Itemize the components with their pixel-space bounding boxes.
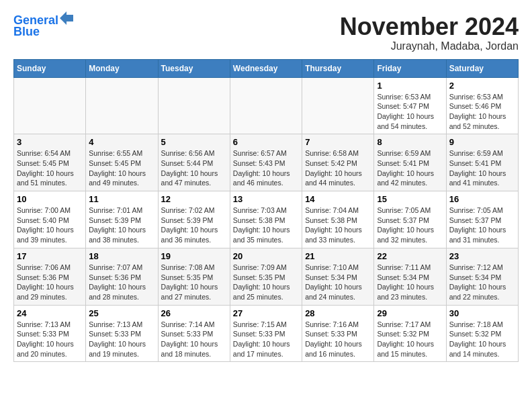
calendar-cell: 25Sunrise: 7:13 AM Sunset: 5:33 PM Dayli…	[86, 305, 158, 362]
day-info: Sunrise: 7:03 AM Sunset: 5:38 PM Dayligh…	[233, 205, 299, 245]
calendar-cell: 29Sunrise: 7:17 AM Sunset: 5:32 PM Dayli…	[374, 305, 446, 362]
logo: General Blue	[13, 13, 73, 39]
day-number: 9	[449, 137, 515, 147]
day-info: Sunrise: 7:17 AM Sunset: 5:32 PM Dayligh…	[377, 320, 443, 359]
day-info: Sunrise: 7:16 AM Sunset: 5:33 PM Dayligh…	[305, 320, 371, 359]
calendar-cell: 28Sunrise: 7:16 AM Sunset: 5:33 PM Dayli…	[302, 305, 374, 362]
day-number: 27	[233, 308, 299, 318]
calendar-cell: 21Sunrise: 7:10 AM Sunset: 5:34 PM Dayli…	[302, 248, 374, 305]
calendar-cell: 22Sunrise: 7:11 AM Sunset: 5:34 PM Dayli…	[374, 248, 446, 305]
calendar-cell: 18Sunrise: 7:07 AM Sunset: 5:36 PM Dayli…	[86, 248, 158, 305]
day-number: 3	[17, 137, 83, 147]
calendar-cell: 6Sunrise: 6:57 AM Sunset: 5:43 PM Daylig…	[230, 134, 302, 191]
day-info: Sunrise: 6:54 AM Sunset: 5:45 PM Dayligh…	[17, 148, 83, 188]
day-number: 2	[449, 81, 515, 91]
column-header-monday: Monday	[86, 59, 158, 77]
day-number: 7	[305, 137, 371, 147]
calendar-cell	[230, 77, 302, 134]
day-info: Sunrise: 6:56 AM Sunset: 5:44 PM Dayligh…	[161, 148, 227, 188]
week-row-1: 1Sunrise: 6:53 AM Sunset: 5:47 PM Daylig…	[14, 77, 519, 134]
calendar-cell: 27Sunrise: 7:15 AM Sunset: 5:33 PM Dayli…	[230, 305, 302, 362]
day-info: Sunrise: 7:01 AM Sunset: 5:39 PM Dayligh…	[89, 205, 154, 245]
day-number: 24	[17, 308, 83, 318]
calendar-cell: 12Sunrise: 7:02 AM Sunset: 5:39 PM Dayli…	[158, 191, 230, 248]
calendar-cell	[158, 77, 230, 134]
day-info: Sunrise: 7:07 AM Sunset: 5:36 PM Dayligh…	[89, 263, 154, 302]
day-number: 13	[233, 194, 299, 204]
calendar-header-row: SundayMondayTuesdayWednesdayThursdayFrid…	[14, 59, 519, 77]
calendar-cell: 16Sunrise: 7:05 AM Sunset: 5:37 PM Dayli…	[446, 191, 518, 248]
title-area: November 2024 Juraynah, Madaba, Jordan	[340, 13, 519, 52]
day-info: Sunrise: 7:05 AM Sunset: 5:37 PM Dayligh…	[449, 205, 515, 245]
day-info: Sunrise: 6:58 AM Sunset: 5:42 PM Dayligh…	[305, 148, 371, 188]
day-number: 6	[233, 137, 299, 147]
day-number: 5	[161, 137, 227, 147]
day-info: Sunrise: 6:59 AM Sunset: 5:41 PM Dayligh…	[449, 148, 515, 188]
day-number: 8	[377, 137, 443, 147]
day-number: 23	[449, 251, 515, 261]
day-info: Sunrise: 7:15 AM Sunset: 5:33 PM Dayligh…	[233, 320, 299, 359]
column-header-saturday: Saturday	[446, 59, 518, 77]
day-number: 1	[377, 81, 443, 91]
day-number: 29	[377, 308, 443, 318]
calendar-cell: 2Sunrise: 6:53 AM Sunset: 5:46 PM Daylig…	[446, 77, 518, 134]
week-row-4: 17Sunrise: 7:06 AM Sunset: 5:36 PM Dayli…	[14, 248, 519, 305]
day-info: Sunrise: 7:13 AM Sunset: 5:33 PM Dayligh…	[89, 320, 154, 359]
day-number: 22	[377, 251, 443, 261]
calendar-cell: 13Sunrise: 7:03 AM Sunset: 5:38 PM Dayli…	[230, 191, 302, 248]
day-info: Sunrise: 7:06 AM Sunset: 5:36 PM Dayligh…	[17, 263, 83, 302]
day-number: 20	[233, 251, 299, 261]
day-info: Sunrise: 6:59 AM Sunset: 5:41 PM Dayligh…	[377, 148, 443, 188]
day-info: Sunrise: 7:08 AM Sunset: 5:35 PM Dayligh…	[161, 263, 227, 302]
column-header-tuesday: Tuesday	[158, 59, 230, 77]
calendar-table: SundayMondayTuesdayWednesdayThursdayFrid…	[13, 59, 519, 363]
day-number: 18	[89, 251, 154, 261]
calendar-cell: 17Sunrise: 7:06 AM Sunset: 5:36 PM Dayli…	[14, 248, 86, 305]
day-info: Sunrise: 6:57 AM Sunset: 5:43 PM Dayligh…	[233, 148, 299, 188]
day-number: 16	[449, 194, 515, 204]
day-number: 15	[377, 194, 443, 204]
day-number: 19	[161, 251, 227, 261]
day-info: Sunrise: 7:04 AM Sunset: 5:38 PM Dayligh…	[305, 205, 371, 245]
calendar-cell: 15Sunrise: 7:05 AM Sunset: 5:37 PM Dayli…	[374, 191, 446, 248]
day-info: Sunrise: 7:14 AM Sunset: 5:33 PM Dayligh…	[161, 320, 227, 359]
week-row-5: 24Sunrise: 7:13 AM Sunset: 5:33 PM Dayli…	[14, 305, 519, 362]
day-number: 30	[449, 308, 515, 318]
week-row-2: 3Sunrise: 6:54 AM Sunset: 5:45 PM Daylig…	[14, 134, 519, 191]
day-number: 14	[305, 194, 371, 204]
column-header-thursday: Thursday	[302, 59, 374, 77]
header: General Blue November 2024 Juraynah, Mad…	[13, 13, 519, 52]
day-info: Sunrise: 7:13 AM Sunset: 5:33 PM Dayligh…	[17, 320, 83, 359]
calendar-cell: 10Sunrise: 7:00 AM Sunset: 5:40 PM Dayli…	[14, 191, 86, 248]
day-info: Sunrise: 6:53 AM Sunset: 5:46 PM Dayligh…	[449, 92, 515, 132]
calendar-cell: 26Sunrise: 7:14 AM Sunset: 5:33 PM Dayli…	[158, 305, 230, 362]
calendar-cell: 4Sunrise: 6:55 AM Sunset: 5:45 PM Daylig…	[86, 134, 158, 191]
calendar-cell: 30Sunrise: 7:18 AM Sunset: 5:32 PM Dayli…	[446, 305, 518, 362]
column-header-sunday: Sunday	[14, 59, 86, 77]
month-title: November 2024	[340, 13, 519, 40]
day-info: Sunrise: 7:05 AM Sunset: 5:37 PM Dayligh…	[377, 205, 443, 245]
day-number: 11	[89, 194, 154, 204]
calendar-cell: 20Sunrise: 7:09 AM Sunset: 5:35 PM Dayli…	[230, 248, 302, 305]
day-number: 25	[89, 308, 154, 318]
logo-arrow-icon	[60, 11, 73, 25]
calendar-cell: 1Sunrise: 6:53 AM Sunset: 5:47 PM Daylig…	[374, 77, 446, 134]
day-number: 17	[17, 251, 83, 261]
day-info: Sunrise: 7:10 AM Sunset: 5:34 PM Dayligh…	[305, 263, 371, 302]
calendar-cell: 11Sunrise: 7:01 AM Sunset: 5:39 PM Dayli…	[86, 191, 158, 248]
column-header-wednesday: Wednesday	[230, 59, 302, 77]
svg-marker-0	[60, 11, 73, 25]
day-info: Sunrise: 7:00 AM Sunset: 5:40 PM Dayligh…	[17, 205, 83, 245]
location-subtitle: Juraynah, Madaba, Jordan	[340, 40, 519, 52]
day-info: Sunrise: 7:18 AM Sunset: 5:32 PM Dayligh…	[449, 320, 515, 359]
day-info: Sunrise: 6:53 AM Sunset: 5:47 PM Dayligh…	[377, 92, 443, 132]
calendar-cell: 19Sunrise: 7:08 AM Sunset: 5:35 PM Dayli…	[158, 248, 230, 305]
calendar-cell	[14, 77, 86, 134]
day-number: 4	[89, 137, 154, 147]
day-info: Sunrise: 7:12 AM Sunset: 5:34 PM Dayligh…	[449, 263, 515, 302]
calendar-cell: 3Sunrise: 6:54 AM Sunset: 5:45 PM Daylig…	[14, 134, 86, 191]
calendar-cell	[302, 77, 374, 134]
calendar-cell	[86, 77, 158, 134]
calendar-cell: 24Sunrise: 7:13 AM Sunset: 5:33 PM Dayli…	[14, 305, 86, 362]
calendar-cell: 8Sunrise: 6:59 AM Sunset: 5:41 PM Daylig…	[374, 134, 446, 191]
